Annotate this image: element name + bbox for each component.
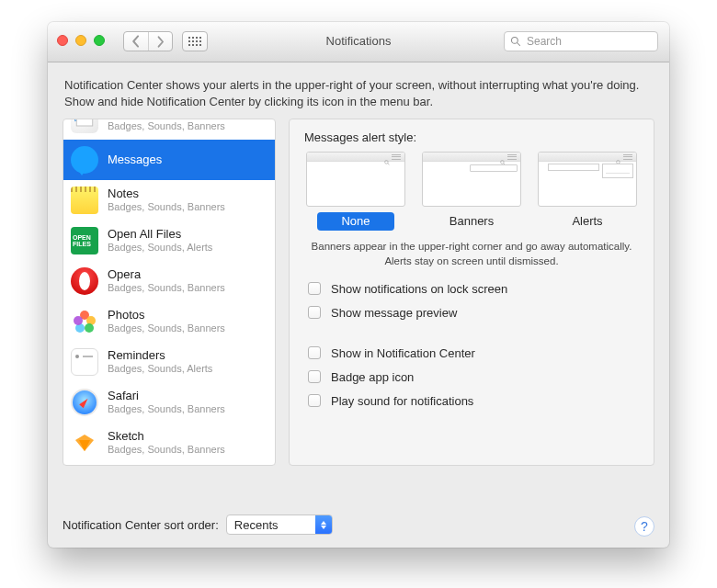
svg-rect-10 — [196, 44, 198, 46]
app-name: Safari — [108, 390, 225, 403]
app-name: Messages — [108, 153, 162, 167]
safari-icon — [71, 389, 98, 416]
detail-panel: Messages alert style: None — [289, 119, 654, 466]
app-sub: Badges, Sounds, Banners — [108, 403, 225, 415]
list-item[interactable]: Reminders Badges, Sounds, Alerts — [63, 342, 275, 382]
search-field[interactable] — [504, 31, 658, 51]
svg-rect-15 — [76, 119, 93, 126]
chevron-right-icon — [154, 36, 166, 48]
sort-order-label: Notification Center sort order: — [63, 518, 219, 532]
options: Show notifications on lock screen Show m… — [304, 279, 639, 410]
show-all-button[interactable] — [182, 31, 208, 51]
messages-icon — [71, 146, 98, 174]
mail-icon — [71, 119, 98, 133]
intro-text: Notification Center shows your alerts in… — [64, 77, 653, 109]
svg-rect-3 — [199, 37, 201, 39]
alert-style-label: Banners — [422, 212, 521, 231]
photos-icon — [71, 308, 98, 335]
traffic-lights — [57, 35, 105, 46]
opt-label: Show notifications on lock screen — [331, 282, 507, 296]
svg-rect-11 — [199, 44, 201, 46]
app-sub: Badges, Sounds, Banners — [108, 120, 225, 132]
app-sub: Badges, Sounds, Banners — [108, 201, 225, 213]
svg-rect-8 — [188, 44, 190, 46]
grid-icon — [188, 37, 201, 46]
opt-label: Play sound for notifications — [331, 394, 473, 408]
opt-label: Show in Notification Center — [331, 346, 475, 360]
sketch-icon — [71, 429, 98, 457]
select-stepper-icon — [315, 515, 332, 534]
app-name: Notes — [108, 187, 225, 201]
list-item[interactable]: Photos Badges, Sounds, Banners — [63, 301, 275, 342]
alert-style-none[interactable]: None — [306, 152, 405, 231]
titlebar: Notifications — [48, 22, 669, 62]
sort-order-select[interactable]: Recents — [226, 514, 333, 535]
content: Notification Center shows your alerts in… — [48, 62, 669, 475]
opt-lock-screen[interactable]: Show notifications on lock screen — [304, 279, 639, 298]
list-item[interactable]: Mail Badges, Sounds, Banners — [63, 119, 275, 140]
app-list[interactable]: Mail Badges, Sounds, Banners Messages — [63, 119, 276, 466]
checkbox[interactable] — [308, 370, 321, 383]
reminders-icon — [71, 348, 98, 376]
alert-style-title: Messages alert style: — [304, 130, 639, 144]
svg-line-19 — [388, 163, 390, 164]
svg-rect-4 — [188, 40, 190, 42]
chevron-left-icon — [130, 35, 142, 48]
svg-rect-2 — [196, 37, 198, 39]
checkbox[interactable] — [308, 306, 321, 319]
list-item[interactable]: Safari Badges, Sounds, Banners — [63, 382, 275, 423]
app-sub: Badges, Sounds, Alerts — [108, 363, 212, 375]
list-item[interactable]: Sketch Badges, Sounds, Banners — [63, 423, 275, 463]
checkbox[interactable] — [308, 394, 321, 407]
alert-style-options: None Banners — [306, 152, 637, 231]
svg-rect-9 — [192, 44, 194, 46]
svg-rect-6 — [196, 40, 198, 42]
alert-style-thumb — [538, 152, 637, 207]
checkbox[interactable] — [308, 346, 321, 359]
svg-rect-1 — [192, 37, 194, 39]
close-icon[interactable] — [57, 35, 68, 46]
opt-message-preview[interactable]: Show message preview — [304, 303, 639, 322]
app-sub: Badges, Sounds, Banners — [108, 444, 225, 456]
sort-order-value: Recents — [234, 518, 279, 532]
app-sub: Badges, Sounds, Banners — [108, 282, 225, 294]
app-name: Reminders — [108, 349, 212, 363]
alert-style-label: None — [317, 212, 394, 231]
alert-style-alerts[interactable]: Alerts — [538, 152, 637, 231]
svg-line-13 — [518, 43, 520, 46]
alert-style-thumb — [306, 152, 405, 207]
notes-icon — [71, 187, 98, 214]
forward-button[interactable] — [148, 32, 172, 51]
preferences-window: Notifications Notification Center shows … — [48, 22, 669, 548]
checkbox[interactable] — [308, 282, 321, 295]
opt-sound[interactable]: Play sound for notifications — [304, 391, 639, 410]
svg-rect-5 — [192, 40, 194, 42]
back-button[interactable] — [124, 32, 148, 51]
zoom-icon[interactable] — [94, 35, 105, 46]
openallfiles-icon: OPEN FILES — [71, 227, 98, 254]
nav-back-forward — [123, 31, 173, 51]
opera-icon — [71, 267, 98, 295]
alert-style-thumb — [422, 152, 521, 207]
svg-rect-0 — [188, 37, 190, 39]
list-item[interactable]: Opera Badges, Sounds, Banners — [63, 261, 275, 301]
opt-badge[interactable]: Badge app icon — [304, 368, 639, 386]
alert-style-hint: Banners appear in the upper-right corner… — [310, 240, 633, 268]
help-button[interactable]: ? — [634, 516, 654, 537]
help-icon: ? — [641, 519, 648, 534]
footer: Notification Center sort order: Recents — [63, 513, 654, 537]
list-item[interactable]: Notes Badges, Sounds, Banners — [63, 180, 275, 220]
list-item[interactable]: Messages — [63, 140, 275, 180]
app-sub: Badges, Sounds, Alerts — [108, 242, 212, 254]
app-name: Sketch — [108, 430, 225, 444]
search-input[interactable] — [525, 34, 666, 49]
alert-style-banners[interactable]: Banners — [422, 152, 521, 231]
minimize-icon[interactable] — [75, 35, 86, 46]
app-name: Photos — [108, 309, 225, 322]
list-item[interactable]: OPEN FILES Open All Files Badges, Sounds… — [63, 220, 275, 261]
opt-label: Show message preview — [331, 306, 457, 320]
opt-notification-center[interactable]: Show in Notification Center — [304, 344, 639, 362]
alert-style-label: Alerts — [538, 212, 637, 231]
app-name: Opera — [108, 268, 225, 282]
search-icon — [510, 36, 521, 47]
